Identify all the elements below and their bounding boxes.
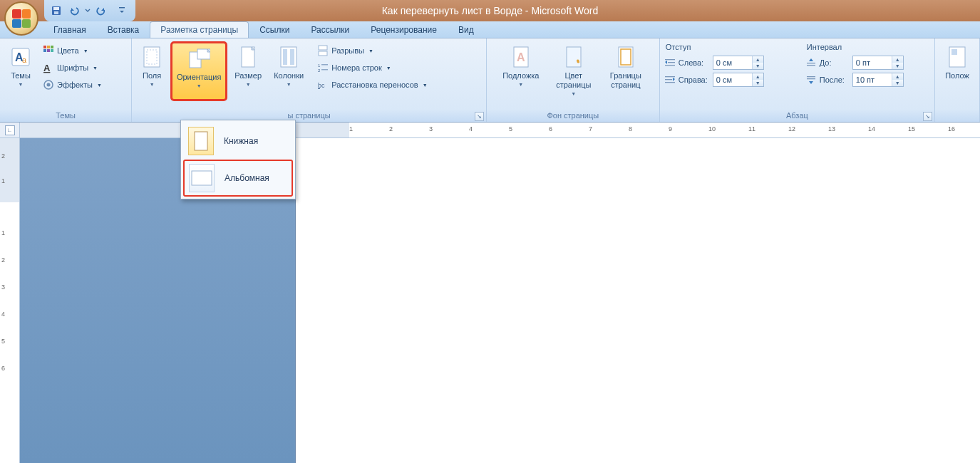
position-icon xyxy=(946,46,969,68)
orientation-portrait[interactable]: Книжная xyxy=(183,123,293,160)
tab-mailings[interactable]: Рассылки xyxy=(300,21,360,38)
chevron-down-icon: ▼ xyxy=(423,83,428,88)
svg-text:1: 1 xyxy=(318,63,321,68)
hruler-tick: 12 xyxy=(788,125,795,132)
vruler-tick: 2 xyxy=(1,152,5,160)
spin-up[interactable]: ▲ xyxy=(753,56,763,63)
group-label-themes: Темы xyxy=(0,109,131,122)
group-label-page-bg: Фон страницы xyxy=(487,109,659,122)
svg-rect-49 xyxy=(195,132,207,150)
theme-colors-button[interactable]: Цвета ▼ xyxy=(40,43,105,58)
undo-button[interactable] xyxy=(66,3,82,19)
paragraph-dialog-launcher[interactable]: ↘ xyxy=(923,112,932,121)
effects-label: Эффекты xyxy=(57,80,93,89)
group-page-setup: Поля ▼ Ориентация ▼ Размер ▼ Колонки ▼ xyxy=(132,38,487,122)
borders-icon xyxy=(614,46,637,68)
colors-label: Цвета xyxy=(57,46,79,55)
chevron-down-icon: ▼ xyxy=(287,82,292,87)
watermark-label: Подложка xyxy=(502,71,539,80)
tab-insert[interactable]: Вставка xyxy=(97,21,150,38)
svg-rect-25 xyxy=(319,51,327,56)
undo-dropdown[interactable] xyxy=(84,3,91,19)
tab-review[interactable]: Рецензирование xyxy=(360,21,448,38)
spin-up[interactable]: ▲ xyxy=(892,73,903,80)
line-numbers-label: Номера строк xyxy=(331,63,382,72)
theme-effects-button[interactable]: Эффекты ▼ xyxy=(40,77,105,93)
size-button[interactable]: Размер ▼ xyxy=(230,41,266,104)
chevron-down-icon: ▼ xyxy=(83,48,88,53)
svg-text:2: 2 xyxy=(318,68,321,73)
spin-down[interactable]: ▼ xyxy=(753,63,763,69)
indent-right-icon xyxy=(664,74,676,85)
ruler-corner[interactable]: ∟ xyxy=(0,123,19,138)
theme-fonts-button[interactable]: A Шрифты ▼ xyxy=(40,60,105,76)
landscape-icon xyxy=(189,164,215,192)
hruler-tick: 16 xyxy=(948,125,955,132)
colors-icon xyxy=(43,45,54,56)
spin-down[interactable]: ▼ xyxy=(892,80,903,86)
vertical-ruler[interactable]: 2 1 1 2 3 4 5 6 xyxy=(0,138,19,463)
svg-rect-46 xyxy=(807,78,815,79)
indent-left-label: Слева: xyxy=(679,58,710,67)
svg-rect-24 xyxy=(319,46,327,50)
position-button[interactable]: Полож xyxy=(939,41,975,104)
ribbon-tabs: Главная Вставка Разметка страницы Ссылки… xyxy=(0,21,980,38)
chevron-down-icon xyxy=(85,8,91,14)
orientation-landscape[interactable]: Альбомная xyxy=(183,160,293,197)
horizontal-ruler[interactable]: 12345678910111213141516 xyxy=(20,123,980,138)
redo-button[interactable] xyxy=(93,3,109,19)
spacing-before-icon xyxy=(805,57,817,68)
svg-rect-38 xyxy=(668,62,675,63)
spin-up[interactable]: ▲ xyxy=(753,73,763,80)
svg-rect-7 xyxy=(43,46,46,48)
hruler-tick: 9 xyxy=(669,125,672,132)
chevron-down-icon: ▼ xyxy=(197,83,202,88)
orientation-button[interactable]: Ориентация ▼ xyxy=(170,41,227,101)
line-numbers-button[interactable]: 12 Номера строк ▼ xyxy=(314,60,430,76)
columns-button[interactable]: Колонки ▼ xyxy=(269,41,309,104)
quick-access-toolbar xyxy=(44,0,135,21)
page-setup-dialog-launcher[interactable]: ↘ xyxy=(475,112,484,121)
spin-down[interactable]: ▼ xyxy=(892,63,903,69)
themes-button[interactable]: Aa Темы ▼ xyxy=(4,41,37,104)
chevron-down-icon: ▼ xyxy=(19,82,24,87)
hruler-tick: 13 xyxy=(828,125,835,132)
spacing-after-input[interactable]: ▲▼ xyxy=(852,73,904,87)
chevron-down-icon: ▼ xyxy=(368,48,373,53)
spacing-after-label: После: xyxy=(820,76,850,84)
indent-right-input[interactable]: ▲▼ xyxy=(713,73,764,87)
portrait-icon xyxy=(188,127,214,155)
watermark-button[interactable]: A Подложка ▼ xyxy=(497,41,545,104)
tab-home[interactable]: Главная xyxy=(43,21,97,38)
margins-button[interactable]: Поля ▼ xyxy=(136,41,167,104)
orientation-icon xyxy=(187,47,210,70)
svg-rect-41 xyxy=(665,79,672,80)
page-color-button[interactable]: Цвет страницы ▼ xyxy=(548,41,599,104)
spin-up[interactable]: ▲ xyxy=(892,56,903,63)
columns-label: Колонки xyxy=(274,71,304,80)
title-bar: Как перевернуть лист в Ворде - Microsoft… xyxy=(0,0,980,21)
svg-rect-2 xyxy=(54,11,58,14)
tab-view[interactable]: Вид xyxy=(448,21,485,38)
hruler-tick: 5 xyxy=(509,125,512,132)
spin-down[interactable]: ▼ xyxy=(753,80,763,86)
save-button[interactable] xyxy=(48,3,64,19)
tab-references[interactable]: Ссылки xyxy=(249,21,300,38)
hyphenation-label: Расстановка переносов xyxy=(331,80,418,89)
orientation-menu: Книжная Альбомная xyxy=(180,120,296,199)
tab-page-layout[interactable]: Разметка страницы xyxy=(150,21,249,38)
hyphenation-button[interactable]: bc Расстановка переносов ▼ xyxy=(314,77,430,93)
vruler-tick: 4 xyxy=(1,311,5,318)
spacing-before-input[interactable]: ▲▼ xyxy=(852,56,904,70)
indent-title: Отступ xyxy=(664,41,793,53)
document-area: 12345678910111213141516 xyxy=(20,123,980,463)
office-button[interactable] xyxy=(4,1,38,36)
document-page[interactable] xyxy=(295,138,980,463)
svg-text:A: A xyxy=(43,63,51,73)
indent-left-input[interactable]: ▲▼ xyxy=(713,56,764,70)
breaks-button[interactable]: Разрывы ▼ xyxy=(314,43,430,58)
svg-rect-37 xyxy=(665,59,675,60)
qat-customize[interactable] xyxy=(114,3,130,19)
tab-selector-icon: ∟ xyxy=(5,125,15,135)
page-borders-button[interactable]: Границы страниц xyxy=(602,41,649,104)
